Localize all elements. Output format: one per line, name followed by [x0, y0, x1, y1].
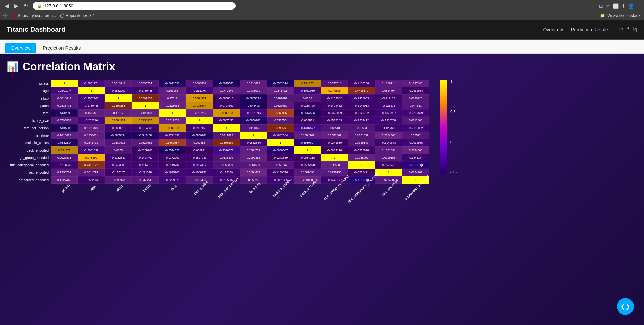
- extensions-icon[interactable]: ⬜: [613, 3, 619, 9]
- address-bar[interactable]: 🔒 127.0.0.1:8050: [33, 2, 236, 10]
- row-label: sibsp: [7, 94, 51, 102]
- matrix-cell: -0.0149732: [159, 161, 186, 169]
- nav-overview[interactable]: Overview: [543, 27, 563, 32]
- col-label-wrapper: sibsp: [105, 184, 132, 211]
- back-button[interactable]: ◀: [3, 2, 11, 10]
- matrix-cell: -0.008921: [294, 117, 321, 124]
- col-label-wrapper: sex_encoded: [375, 184, 402, 211]
- col-label: is_alone: [249, 182, 261, 194]
- matrix-row: 0.734577-0.30510390.0065-0.0238706-0.551…: [51, 146, 429, 154]
- matrix-cell: 0.2125068: [132, 109, 159, 117]
- col-labels-row: pclassagesibspparchfarefamily_sizefare_p…: [51, 184, 429, 211]
- matrix-cell: 0.0055839: [213, 161, 240, 169]
- nav-circle-button[interactable]: ❮ ❯: [617, 298, 634, 315]
- matrix-cell: 0.0065: [105, 146, 132, 154]
- bookmark-strona[interactable]: ▣ Strona główna prog...: [13, 13, 56, 18]
- matrix-cell: -0.1527243: [186, 154, 213, 161]
- matrix-cell: 0.7938907: [186, 102, 213, 109]
- col-label-wrapper: deck_encoded: [294, 184, 321, 211]
- matrix-cell: -0.1780448: [78, 102, 105, 109]
- matrix-cell: 0.0359147: [267, 161, 294, 169]
- matrix-cell: 0.0618843: [105, 80, 132, 87]
- matrix-cell: 0.1081896: [294, 169, 321, 176]
- refresh-button[interactable]: ↻: [22, 2, 30, 10]
- nav-prediction-results[interactable]: Prediction Results: [571, 27, 609, 32]
- app-navbar: Titanic Dashboard Overview Prediction Re…: [0, 20, 644, 40]
- cast-icon[interactable]: ⊡: [599, 3, 603, 9]
- download-icon[interactable]: ⬇: [621, 3, 625, 9]
- matrix-cell: 0.4416172: [78, 161, 105, 169]
- matrix-cell: -0.0562964: [78, 176, 105, 184]
- matrix-cell: 0.0027518: [51, 154, 78, 161]
- matrix-cell: -0.1132342: [321, 94, 348, 102]
- col-label: pclass: [60, 183, 71, 193]
- matrix-cell: 0.7938907: [132, 117, 159, 124]
- colorbar-label-0: 0: [450, 140, 457, 144]
- matrix-cell: 0.0135409: [321, 124, 348, 132]
- user-icon[interactable]: 👤: [628, 3, 634, 9]
- lock-icon: 🔒: [37, 4, 42, 8]
- row-label: multiple_cabins: [7, 139, 51, 146]
- matrix-cell: -0.2403603: [105, 161, 132, 169]
- matrix-cell: 0.2319255: [186, 109, 213, 117]
- matrix-cell: -0.0523421: [348, 169, 375, 176]
- matrix-cell: -0.1875907: [159, 169, 186, 176]
- matrix-row: -0.50156850.1779349-0.0838015-0.07048610…: [51, 124, 429, 132]
- matrix-cell: -0.5015685: [51, 124, 78, 132]
- matrix-cell: 0.0336774: [51, 102, 78, 109]
- matrix-cell: -0.1424462: [321, 102, 348, 109]
- linkedin-icon[interactable]: in: [619, 27, 623, 33]
- section-title: 📊 Correlation Matrix: [7, 60, 637, 73]
- matrix-cell: -0.0937458: [186, 124, 213, 132]
- matrix-cell: -0.543408: [132, 132, 159, 139]
- menu-icon[interactable]: ⋮: [637, 3, 641, 9]
- forward-button[interactable]: ▶: [12, 2, 20, 10]
- colorbar-label-neg05: -0.5: [450, 170, 457, 174]
- col-label-wrapper: title_categorical_encoded: [348, 184, 375, 211]
- matrix-cell: 0.057653: [267, 117, 294, 124]
- tab-overview[interactable]: Overview: [5, 43, 36, 53]
- tabs-bar: Overview Prediction Results: [0, 40, 644, 54]
- matrix-cell: 0.1584709: [294, 132, 321, 139]
- matrix-cell: 0.047151: [132, 176, 159, 184]
- bookmark-icon[interactable]: ☆: [606, 3, 610, 9]
- app-title: Titanic Dashboard: [7, 26, 66, 33]
- matrix-cell: -0.3051039: [294, 87, 321, 94]
- matrix-cell: 1: [78, 87, 105, 94]
- matrix-cell: 0.1985009: [321, 161, 348, 169]
- matrix-cell: 0.0827952: [267, 102, 294, 109]
- matrix-row: -0.11062660.4416172-0.2403603-0.1144013-…: [51, 161, 429, 169]
- matrix-row: -0.39012741-0.2532907-0.17804480.156966-…: [51, 87, 429, 94]
- matrix-cell: 0.156966: [159, 87, 186, 94]
- row-label: age: [7, 87, 51, 94]
- instagram-icon[interactable]: ig: [633, 27, 637, 33]
- matrix-cell: -0.117187: [105, 169, 132, 176]
- matrix-cell: 1: [213, 124, 240, 132]
- matrix-cell: 0.0814794: [375, 87, 402, 94]
- matrix-cell: 1: [159, 109, 186, 117]
- browser-chrome: ◀ ▶ ↻ 🔒 127.0.0.1:8050 ⊡ ☆ ⬜ ⬇ 👤 ⋮: [0, 0, 644, 12]
- matrix-cell: 0.2884603: [375, 132, 402, 139]
- matrix-cell: 1: [348, 161, 375, 169]
- bookmark-new[interactable]: ➕: [3, 13, 8, 18]
- facebook-icon[interactable]: f: [627, 27, 629, 33]
- matrix-cell: -0.1149678: [267, 169, 294, 176]
- all-tabs-section: 📁 Wszystkie zakładki: [600, 13, 641, 18]
- matrix-row: 0.0618843-0.253290710.36972880.175170.85…: [51, 94, 429, 102]
- matrix-cell: 0.0411825: [213, 132, 240, 139]
- matrix-cell: 1: [132, 102, 159, 109]
- matrix-cell: -0.1875907: [375, 109, 402, 117]
- matrix-cell: 0.0690928: [105, 176, 132, 184]
- matrix-cell: -0.0704861: [132, 124, 159, 132]
- col-label-wrapper: age: [78, 184, 105, 211]
- matrix-cell: -0.1988758: [186, 169, 213, 176]
- matrix-cell: 0.3898569: [267, 124, 294, 132]
- tab-prediction-results[interactable]: Prediction Results: [37, 43, 86, 53]
- matrix-cell: -0.221378: [375, 102, 402, 109]
- section-title-text: Correlation Matrix: [23, 60, 115, 73]
- bookmark-github[interactable]: ⬡ Repositories 32: [60, 13, 94, 18]
- browser-actions: ⊡ ☆ ⬜ ⬇ 👤 ⋮: [599, 3, 641, 9]
- matrix-cell: -0.5514526: [294, 109, 321, 117]
- matrix-cell: -0.1149678: [375, 139, 402, 146]
- matrix-cell: -0.1445177: [402, 154, 429, 161]
